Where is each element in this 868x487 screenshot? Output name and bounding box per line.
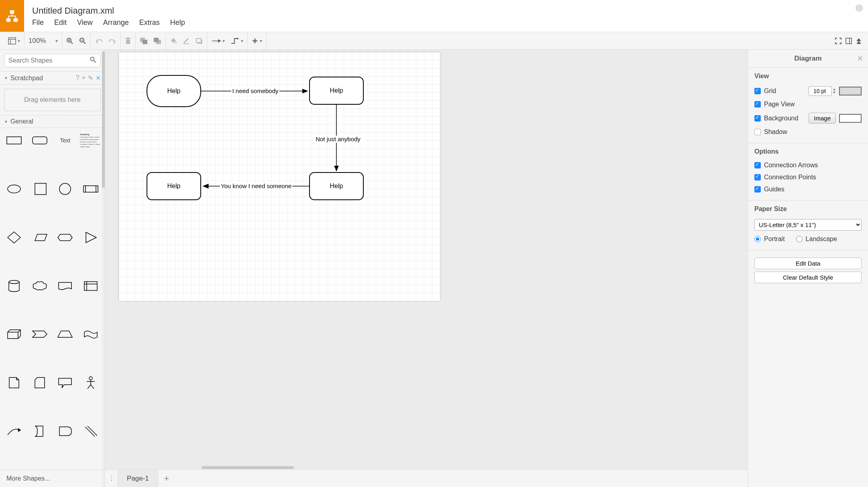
fullscreen-button[interactable] bbox=[835, 38, 842, 44]
scratchpad-help-icon[interactable]: ? bbox=[76, 74, 79, 82]
zoom-out-button[interactable] bbox=[79, 37, 86, 45]
grid-label: Grid bbox=[764, 87, 776, 95]
shape-note[interactable] bbox=[3, 374, 25, 391]
shadow-label: Shadow bbox=[764, 128, 787, 136]
search-input[interactable] bbox=[8, 57, 90, 64]
header-main: Untitled Diagram.xml File Edit View Arra… bbox=[24, 0, 850, 32]
grid-color-swatch[interactable] bbox=[839, 87, 862, 95]
edit-data-button[interactable]: Edit Data bbox=[754, 258, 862, 269]
delete-button[interactable] bbox=[125, 37, 131, 45]
view-mode-button[interactable]: ▾ bbox=[8, 37, 20, 45]
conn-points-label: Connection Points bbox=[764, 174, 816, 181]
menu-file[interactable]: File bbox=[32, 18, 44, 27]
shape-and[interactable] bbox=[55, 423, 76, 440]
shape-rectangle[interactable] bbox=[3, 132, 25, 149]
shape-cylinder[interactable] bbox=[3, 278, 25, 294]
shape-heading[interactable]: HeadingLorem ipsum dolor sit amet, conse… bbox=[80, 132, 102, 149]
shape-curve[interactable] bbox=[3, 423, 25, 440]
shape-data-storage[interactable] bbox=[80, 423, 102, 440]
shape-trapezoid[interactable] bbox=[55, 326, 76, 343]
menu-help[interactable]: Help bbox=[170, 18, 185, 27]
document-title[interactable]: Untitled Diagram.xml bbox=[32, 2, 850, 16]
shape-card[interactable] bbox=[29, 374, 51, 391]
shape-cube[interactable] bbox=[3, 326, 25, 343]
shape-cloud[interactable] bbox=[29, 278, 51, 294]
shape-triangle[interactable] bbox=[80, 229, 102, 246]
search-shapes-box[interactable] bbox=[4, 54, 101, 67]
conn-arrows-checkbox[interactable] bbox=[754, 162, 761, 168]
grid-size-input[interactable] bbox=[809, 86, 832, 96]
insert-button[interactable]: ▾ bbox=[252, 38, 262, 44]
sidebar-scrollbar[interactable] bbox=[102, 50, 105, 487]
collapse-toolbar-button[interactable] bbox=[856, 38, 862, 44]
undo-button[interactable] bbox=[95, 38, 103, 44]
format-panel-toggle[interactable] bbox=[846, 38, 852, 44]
svg-rect-24 bbox=[183, 43, 189, 44]
canvas-h-scrollbar[interactable] bbox=[105, 466, 748, 469]
paper-size-select[interactable]: US-Letter (8,5" x 11") bbox=[754, 219, 862, 231]
shape-internal-storage[interactable] bbox=[80, 278, 102, 294]
shape-square[interactable] bbox=[29, 181, 51, 197]
shape-actor[interactable] bbox=[80, 374, 102, 391]
fill-color-button[interactable] bbox=[170, 37, 177, 45]
menu-view[interactable]: View bbox=[77, 18, 93, 27]
portrait-label: Portrait bbox=[764, 235, 785, 243]
clear-style-button[interactable]: Clear Default Style bbox=[754, 272, 862, 283]
shape-ellipse[interactable] bbox=[3, 181, 25, 197]
shape-text[interactable]: Text bbox=[55, 132, 76, 149]
shadow-button[interactable] bbox=[196, 38, 203, 44]
to-back-button[interactable] bbox=[153, 37, 161, 45]
search-icon[interactable] bbox=[90, 57, 96, 65]
shape-rounded-rect[interactable] bbox=[29, 132, 51, 149]
portrait-radio[interactable] bbox=[754, 236, 761, 242]
zoom-level[interactable]: 100% bbox=[29, 37, 48, 45]
panel-close-icon[interactable]: ✕ bbox=[857, 54, 863, 63]
shape-parallelogram[interactable] bbox=[29, 229, 51, 246]
background-color-swatch[interactable] bbox=[839, 114, 862, 123]
landscape-radio[interactable] bbox=[796, 236, 803, 242]
pageview-checkbox[interactable] bbox=[754, 101, 761, 108]
waypoint-style-button[interactable]: ▾ bbox=[230, 38, 243, 44]
language-icon[interactable] bbox=[850, 0, 868, 32]
menu-extras[interactable]: Extras bbox=[139, 18, 160, 27]
grid-checkbox[interactable] bbox=[754, 88, 761, 94]
shadow-checkbox[interactable] bbox=[754, 129, 761, 135]
shape-callout[interactable] bbox=[55, 374, 76, 391]
line-color-button[interactable] bbox=[183, 37, 190, 45]
conn-points-checkbox[interactable] bbox=[754, 174, 761, 181]
shape-step[interactable] bbox=[29, 326, 51, 343]
shape-hexagon[interactable] bbox=[55, 229, 76, 246]
scratchpad-header[interactable]: ▼ Scratchpad ? + ✎ ✕ bbox=[0, 71, 105, 85]
menu-edit[interactable]: Edit bbox=[54, 18, 67, 27]
background-image-button[interactable]: Image bbox=[809, 113, 836, 124]
shape-tape[interactable] bbox=[80, 326, 102, 343]
zoom-in-button[interactable] bbox=[66, 37, 73, 45]
scratchpad-close-icon[interactable]: ✕ bbox=[96, 74, 101, 82]
general-header[interactable]: ▼ General bbox=[0, 115, 105, 128]
scratchpad-add-icon[interactable]: + bbox=[82, 74, 86, 82]
redo-button[interactable] bbox=[108, 38, 116, 44]
menu-arrange[interactable]: Arrange bbox=[103, 18, 129, 27]
edge-label: Not just anybody bbox=[316, 136, 361, 142]
pages-menu-button[interactable]: ⋮ bbox=[105, 470, 118, 487]
to-front-button[interactable] bbox=[140, 37, 148, 45]
grid-stepper[interactable]: ▲▼ bbox=[833, 88, 836, 94]
app-logo[interactable] bbox=[0, 0, 24, 32]
shape-or[interactable] bbox=[29, 423, 51, 440]
add-page-button[interactable]: + bbox=[158, 470, 175, 487]
diagram-page[interactable]: Help Help Help Help I need somebody bbox=[119, 52, 440, 301]
shape-circle[interactable] bbox=[55, 181, 76, 197]
zoom-caret-icon[interactable]: ▾ bbox=[55, 38, 58, 44]
edge-label: You know I need someone bbox=[221, 183, 291, 189]
scratchpad-dropzone[interactable]: Drag elements here bbox=[4, 89, 101, 111]
guides-checkbox[interactable] bbox=[754, 186, 761, 193]
scratchpad-edit-icon[interactable]: ✎ bbox=[88, 74, 93, 82]
connection-style-button[interactable]: ▾ bbox=[211, 38, 225, 44]
shape-process[interactable] bbox=[80, 181, 102, 197]
tab-page-1[interactable]: Page-1 bbox=[118, 470, 158, 487]
background-checkbox[interactable] bbox=[754, 115, 761, 122]
canvas[interactable]: Help Help Help Help I need somebody bbox=[105, 50, 748, 469]
shape-document[interactable] bbox=[55, 278, 76, 294]
shape-diamond[interactable] bbox=[3, 229, 25, 246]
more-shapes-button[interactable]: More Shapes... bbox=[0, 470, 105, 487]
